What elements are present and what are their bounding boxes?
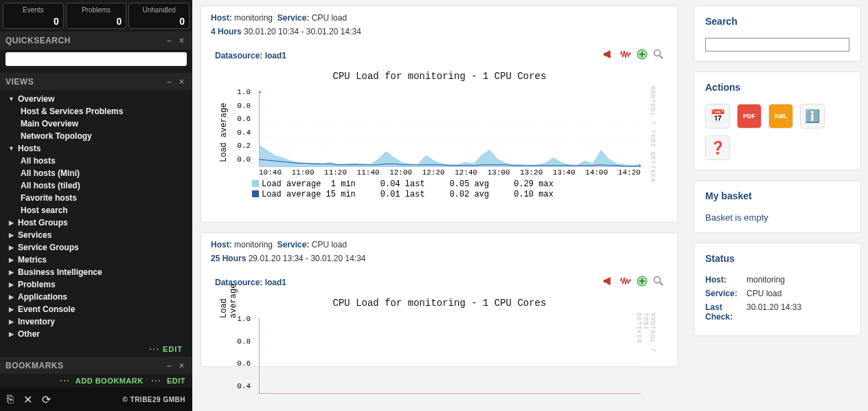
chevron-right-icon: ▶: [8, 266, 14, 278]
actions-card: Actions 📅PDFXMLℹ️❓: [694, 71, 861, 170]
views-item-label: Other: [18, 328, 40, 340]
search-icon[interactable]: [653, 49, 664, 63]
views-item-overview[interactable]: ▼Overview: [8, 93, 190, 105]
waveform-icon[interactable]: [620, 276, 631, 289]
svg-point-5: [654, 50, 661, 56]
views-item-services[interactable]: ▶Services: [8, 229, 190, 241]
tactical-stats: Events 0 Problems 0 Unhandled 0: [0, 0, 192, 32]
views-item-inventory[interactable]: ▶Inventory: [8, 315, 190, 328]
bookmarks-edit-link[interactable]: EDIT: [167, 377, 185, 385]
bullhorn-icon[interactable]: [604, 276, 615, 289]
status-value: monitoring: [746, 275, 785, 285]
status-key: Last Check:: [705, 302, 746, 322]
views-item-host-services-problems[interactable]: Host & Services Problems: [8, 105, 190, 118]
calendar-icon[interactable]: 📅: [705, 104, 730, 129]
views-collapse[interactable]: – ×: [167, 77, 187, 87]
views-item-other[interactable]: ▶Other: [8, 328, 190, 340]
bullhorn-icon[interactable]: [604, 49, 615, 63]
views-item-host-groups[interactable]: ▶Host Groups: [8, 216, 190, 229]
reload-icon[interactable]: ⟳: [42, 393, 51, 406]
status-row: Host:monitoring: [705, 275, 849, 285]
add-icon[interactable]: [637, 276, 648, 289]
views-item-problems[interactable]: ▶Problems: [8, 278, 190, 291]
stat-unhandled[interactable]: Unhandled 0: [128, 3, 190, 29]
add-snapin-icon[interactable]: ⎘: [7, 393, 14, 406]
quicksearch-input[interactable]: [5, 52, 187, 66]
chart-xticks: 10:4011:0011:2011:4012:0012:2012:4013:00…: [259, 168, 641, 177]
views-header: VIEWS – ×: [0, 73, 192, 91]
datasource-icons: [604, 49, 664, 63]
views-item-label: Services: [18, 229, 52, 241]
search-icon[interactable]: [653, 276, 664, 289]
views-item-event-console[interactable]: ▶Event Console: [8, 303, 190, 315]
add-bookmark-link[interactable]: ADD BOOKMARK: [76, 377, 144, 385]
views-item-applications[interactable]: ▶Applications: [8, 291, 190, 303]
actions-title: Actions: [705, 82, 849, 93]
views-item-label: Applications: [18, 291, 67, 303]
chevron-right-icon: ▶: [8, 229, 14, 241]
chart-yticks: 1.00.80.60.40.20.0: [237, 88, 251, 164]
copyright: © TRIBE29 GMBH: [122, 396, 185, 403]
views-item-all-hosts-tiled-[interactable]: All hosts (tiled): [8, 179, 190, 192]
svg-rect-18: [604, 280, 605, 282]
views-item-label: Metrics: [18, 254, 47, 266]
chart: CPU Load for monitoring - 1 CPU CoresLoa…: [211, 71, 668, 215]
xml-icon[interactable]: XML: [768, 104, 793, 129]
legend-swatch: [252, 180, 259, 187]
quicksearch-collapse[interactable]: – ×: [167, 36, 187, 45]
chart-plot: [259, 318, 641, 394]
graph-meta-range: 25 Hours 29.01.20 13:34 - 30.01.20 14:34: [211, 254, 668, 263]
main-content: Host: monitoring Service: CPU load4 Hour…: [192, 0, 687, 411]
quicksearch-title: QUICKSEARCH: [5, 36, 71, 45]
basket-empty-text: Basket is empty: [705, 212, 849, 223]
svg-line-23: [660, 282, 663, 285]
waveform-icon[interactable]: [620, 49, 631, 63]
chevron-right-icon: ▶: [8, 303, 14, 315]
help-icon[interactable]: ❓: [705, 135, 730, 160]
status-row: Service:CPU load: [705, 289, 849, 298]
chart-plot: [259, 91, 641, 167]
add-icon[interactable]: [637, 49, 648, 63]
status-card: Status Host:monitoringService:CPU loadLa…: [694, 243, 861, 336]
right-pane: Search Actions 📅PDFXMLℹ️❓ My basket Bask…: [687, 0, 868, 411]
views-item-hosts[interactable]: ▼Hosts: [8, 142, 190, 155]
svg-point-22: [654, 277, 661, 283]
views-item-host-search[interactable]: Host search: [8, 204, 190, 216]
views-edit-link[interactable]: EDIT: [163, 345, 183, 353]
bookmarks-title: BOOKMARKS: [5, 361, 64, 370]
views-item-label: Business Intelligence: [18, 266, 102, 278]
chevron-right-icon: ▶: [8, 315, 14, 328]
views-item-all-hosts[interactable]: All hosts: [8, 155, 190, 167]
svg-marker-15: [259, 91, 261, 93]
search-input[interactable]: [705, 38, 849, 52]
views-item-main-overview[interactable]: Main Overview: [8, 118, 190, 130]
info-icon[interactable]: ℹ️: [800, 104, 825, 129]
bookmarks-body: ··· ADD BOOKMARK ··· EDIT: [0, 374, 192, 388]
chevron-down-icon: ▼: [8, 93, 14, 105]
views-item-metrics[interactable]: ▶Metrics: [8, 254, 190, 266]
chart-title: CPU Load for monitoring - 1 CPU Cores: [211, 71, 668, 82]
views-item-service-groups[interactable]: ▶Service Groups: [8, 241, 190, 254]
graph-card-0: Host: monitoring Service: CPU load4 Hour…: [201, 5, 678, 223]
pdf-icon[interactable]: PDF: [737, 104, 762, 129]
views-item-label: Problems: [18, 278, 56, 291]
views-item-network-topology[interactable]: Network Topology: [8, 130, 190, 142]
sidebar-footer: ⎘ ✕ ⟳ © TRIBE29 GMBH: [0, 388, 192, 411]
datasource-row: Datasource: load1: [211, 276, 668, 289]
views-item-label: Service Groups: [18, 241, 79, 254]
chevron-down-icon: ▼: [8, 142, 14, 155]
stat-events[interactable]: Events 0: [3, 3, 64, 29]
status-value: CPU load: [746, 289, 781, 298]
chart-yticks: 1.00.80.60.4: [237, 315, 251, 390]
logout-icon[interactable]: ✕: [23, 393, 32, 406]
chevron-right-icon: ▶: [8, 291, 14, 303]
views-item-label: Hosts: [18, 142, 41, 155]
chart: CPU Load for monitoring - 1 CPU CoresLoa…: [211, 298, 668, 359]
views-item-favorite-hosts[interactable]: Favorite hosts: [8, 192, 190, 204]
views-item-all-hosts-mini-[interactable]: All hosts (Mini): [8, 167, 190, 179]
stat-problems[interactable]: Problems 0: [66, 3, 127, 29]
bookmarks-collapse[interactable]: – ×: [167, 361, 187, 370]
datasource-label: Datasource: load1: [215, 51, 286, 60]
views-item-business-intelligence[interactable]: ▶Business Intelligence: [8, 266, 190, 278]
svg-marker-0: [605, 50, 610, 58]
